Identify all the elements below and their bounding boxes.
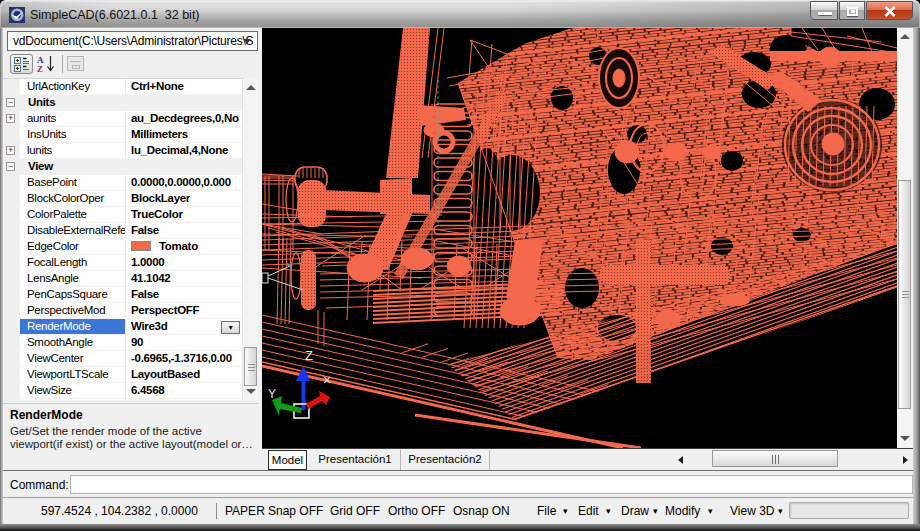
svg-text:Z: Z — [305, 348, 313, 363]
svg-text:×: × — [323, 372, 331, 388]
svg-text:Y: Y — [268, 387, 276, 401]
svg-text:Z: Z — [37, 64, 43, 74]
